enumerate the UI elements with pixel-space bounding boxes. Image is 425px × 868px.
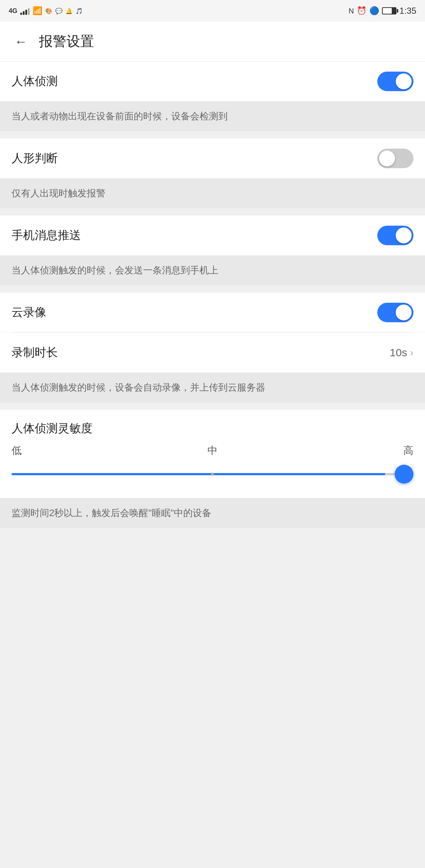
notification-icon: 🔔: [65, 8, 73, 14]
settings-content: 人体侦测 当人或者动物出现在设备前面的时候，设备会检测到 人形判断 仅有人出现时…: [0, 61, 425, 528]
human-detection-section: 人体侦测: [0, 61, 425, 101]
signal-bar-4: [28, 8, 30, 15]
status-bar-right: N ⏰ 🔵 1:35: [349, 6, 416, 16]
cloud-recording-row: 云录像: [0, 293, 425, 332]
nfc-icon: N: [349, 7, 354, 15]
separator-3: [0, 285, 425, 293]
slider-labels: 低 中 高: [12, 444, 413, 458]
record-duration-row[interactable]: 录制时长 10s ›: [0, 333, 425, 373]
human-shape-thumb: [379, 150, 395, 166]
record-duration-value: 10s ›: [390, 346, 413, 359]
battery-icon: [382, 7, 396, 14]
wifi-icon: 📶: [33, 6, 42, 16]
human-detection-label: 人体侦测: [12, 73, 58, 89]
human-shape-section: 人形判断: [0, 139, 425, 178]
signal-bar-3: [25, 10, 27, 15]
human-shape-toggle[interactable]: [377, 149, 413, 168]
record-duration-label: 录制时长: [12, 345, 58, 361]
record-duration-text: 10s: [390, 346, 407, 359]
time-display: 1:35: [399, 6, 416, 16]
separator-4: [0, 403, 425, 410]
slider-mid-dot: [211, 473, 214, 476]
signal-bar-2: [23, 11, 25, 15]
human-shape-row: 人形判断: [0, 139, 425, 178]
page-title: 报警设置: [39, 32, 94, 51]
human-detection-desc: 当人或者动物出现在设备前面的时候，设备会检测到: [0, 101, 425, 131]
human-detection-row: 人体侦测: [0, 61, 425, 101]
cloud-recording-thumb: [396, 305, 412, 320]
phone-push-thumb: [396, 227, 412, 243]
phone-push-section: 手机消息推送: [0, 216, 425, 255]
slider-mid-label: 中: [207, 444, 218, 458]
cloud-recording-label: 云录像: [12, 305, 46, 320]
phone-push-toggle[interactable]: [377, 226, 413, 245]
human-detection-toggle[interactable]: [377, 72, 413, 91]
slider-low-label: 低: [12, 444, 22, 458]
bluetooth-icon: 🔵: [369, 6, 379, 16]
signal-bars: [20, 7, 30, 15]
music-icon: 🎵: [76, 8, 83, 14]
signal-bar-1: [20, 13, 22, 15]
human-detection-thumb: [396, 73, 412, 89]
separator-2: [0, 208, 425, 216]
slider-thumb[interactable]: [395, 465, 413, 484]
signal-type: 4G: [9, 7, 17, 15]
status-bar: 4G 📶 🎨 💬 🔔 🎵 N ⏰ 🔵 1:35: [0, 0, 425, 22]
sensitivity-section: 人体侦测灵敏度 低 中 高: [0, 410, 425, 498]
phone-push-row: 手机消息推送: [0, 216, 425, 255]
sensitivity-desc: 监测时间2秒以上，触发后会唤醒"睡眠"中的设备: [0, 498, 425, 528]
slider-container[interactable]: [12, 463, 413, 485]
app-icon-2: 💬: [55, 8, 63, 14]
phone-push-label: 手机消息推送: [12, 227, 81, 243]
back-button[interactable]: ←: [12, 31, 30, 52]
separator-1: [0, 131, 425, 139]
cloud-recording-toggle[interactable]: [377, 303, 413, 322]
cloud-section: 云录像 录制时长 10s ›: [0, 293, 425, 373]
battery-level: [383, 8, 392, 14]
chevron-icon: ›: [410, 347, 413, 358]
human-shape-desc: 仅有人出现时触发报警: [0, 178, 425, 208]
app-icon-1: 🎨: [45, 8, 52, 14]
sensitivity-title: 人体侦测灵敏度: [12, 421, 413, 437]
slider-fill: [12, 473, 385, 475]
slider-high-label: 高: [403, 444, 413, 458]
cloud-recording-desc: 当人体侦测触发的时候，设备会自动录像，并上传到云服务器: [0, 373, 425, 403]
alarm-icon: ⏰: [357, 6, 366, 16]
human-shape-label: 人形判断: [12, 150, 58, 166]
slider-track: [12, 473, 413, 475]
phone-push-desc: 当人体侦测触发的时候，会发送一条消息到手机上: [0, 255, 425, 285]
page-header: ← 报警设置: [0, 22, 425, 61]
status-bar-left: 4G 📶 🎨 💬 🔔 🎵: [9, 6, 83, 16]
